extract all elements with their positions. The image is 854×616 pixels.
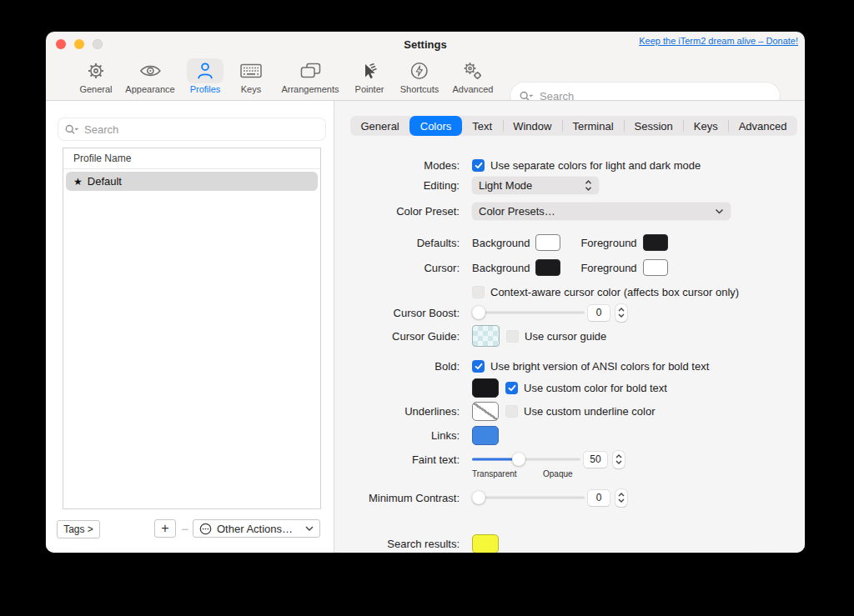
add-profile-button[interactable]: + (154, 519, 176, 538)
custom-bold-color-checkbox-label: Use custom color for bold text (524, 382, 667, 394)
defaults-foreground-color-well[interactable] (643, 234, 668, 251)
toolbar-item-label: Profiles (190, 84, 221, 94)
toolbar-item-shortcuts[interactable]: Shortcuts (400, 58, 439, 94)
minimum-contrast-stepper[interactable] (615, 489, 627, 507)
search-results-label: Search results: (334, 538, 460, 550)
star-icon: ★ (73, 177, 83, 187)
tab-terminal[interactable]: Terminal (562, 116, 624, 136)
gears-icon (455, 58, 491, 83)
toolbar-item-advanced[interactable]: Advanced (453, 58, 494, 94)
row-color-preset: Color Preset: Color Presets… (334, 202, 805, 220)
modes-label: Modes: (334, 159, 460, 172)
profile-search-input[interactable] (84, 123, 319, 136)
toolbar-item-general[interactable]: General (78, 58, 114, 94)
separate-colors-checkbox-label: Use separate colors for light and dark m… (490, 159, 701, 172)
remove-profile-button[interactable]: − (178, 519, 192, 538)
profile-search-field[interactable] (58, 118, 325, 140)
windows-icon (292, 58, 329, 83)
cursor-guide-checkbox-label: Use cursor guide (525, 330, 606, 343)
donate-link[interactable]: Keep the iTerm2 dream alive – Donate! (639, 36, 798, 46)
faint-min-label: Transparent (472, 469, 517, 478)
editing-value: Light Mode (479, 179, 532, 192)
tab-keys[interactable]: Keys (683, 116, 728, 136)
faint-text-value[interactable]: 50 (584, 452, 607, 468)
cursor-boost-stepper[interactable] (615, 304, 627, 322)
custom-bold-color-checkbox[interactable] (505, 382, 518, 394)
bolt-circle-icon (401, 58, 438, 83)
profile-name: Default (88, 175, 122, 188)
tags-button[interactable]: Tags > (57, 520, 100, 538)
cursor-background-label: Background (472, 262, 530, 274)
color-preset-label: Color Preset: (334, 205, 460, 218)
titlebar: Settings Keep the iTerm2 dream alive – D… (46, 32, 805, 57)
toolbar-item-keys[interactable]: Keys (233, 58, 269, 94)
bright-ansi-checkbox[interactable] (472, 360, 485, 373)
custom-underline-checkbox[interactable] (505, 405, 518, 418)
keyboard-icon (233, 58, 269, 83)
faint-max-label: Opaque (543, 469, 573, 478)
custom-underline-checkbox-label: Use custom underline color (524, 405, 656, 418)
bright-ansi-checkbox-label: Use bright version of ANSI colors for bo… (490, 360, 709, 373)
profile-tabbar: General Colors Text Window Terminal Sess… (350, 116, 797, 136)
tab-advanced[interactable]: Advanced (728, 116, 797, 136)
profile-row-default[interactable]: ★ Default (66, 172, 318, 191)
search-icon (65, 124, 79, 135)
underlines-label: Underlines: (334, 405, 460, 418)
links-color-well[interactable] (472, 426, 499, 445)
other-actions-dropdown[interactable]: Other Actions… (193, 519, 320, 538)
minimum-contrast-slider[interactable] (472, 491, 585, 504)
row-cursor-boost: Cursor Boost: 0 (334, 303, 805, 322)
toolbar-item-profiles[interactable]: Profiles (187, 58, 224, 94)
cursor-background-color-well[interactable] (535, 259, 560, 276)
cursor-foreground-label: Foreground (580, 262, 636, 274)
profile-list: Profile Name ★ Default (63, 148, 321, 509)
gear-icon (78, 58, 114, 83)
tab-general[interactable]: General (350, 116, 409, 136)
cursor-boost-label: Cursor Boost: (334, 307, 460, 319)
bold-color-well[interactable] (472, 378, 499, 398)
toolbar-item-appearance[interactable]: Appearance (125, 58, 174, 94)
color-preset-popup[interactable]: Color Presets… (472, 203, 731, 220)
colors-panel: General Colors Text Window Terminal Sess… (334, 101, 805, 553)
row-bold-custom: Use custom color for bold text (334, 378, 805, 398)
profile-list-header: Profile Name (63, 148, 320, 169)
context-aware-checkbox[interactable] (472, 286, 485, 298)
toolbar-item-label: Appearance (125, 84, 174, 94)
editing-popup[interactable]: Light Mode (472, 177, 599, 194)
toolbar-item-label: Advanced (453, 84, 494, 94)
tab-window[interactable]: Window (503, 116, 562, 136)
toolbar-item-label: Shortcuts (400, 84, 439, 94)
faint-text-slider[interactable] (472, 453, 580, 466)
toolbar-item-label: Keys (241, 84, 261, 94)
separate-colors-checkbox[interactable] (472, 159, 485, 172)
profiles-sidebar: Profile Name ★ Default Tags > + − (46, 101, 334, 553)
cursor-foreground-color-well[interactable] (643, 259, 668, 276)
toolbar-item-arrangements[interactable]: Arrangements (281, 58, 339, 94)
toolbar-item-label: Pointer (355, 84, 384, 94)
toolbar: General Appearance Profiles (46, 57, 805, 100)
person-icon (187, 58, 224, 83)
cursor-boost-value[interactable]: 0 (588, 305, 610, 321)
row-cursor: Cursor: Background Foreground (334, 258, 805, 277)
row-editing: Editing: Light Mode (334, 176, 805, 194)
tab-session[interactable]: Session (624, 116, 683, 136)
minimum-contrast-value[interactable]: 0 (588, 490, 610, 506)
cursor-boost-slider[interactable] (472, 306, 585, 319)
tab-text[interactable]: Text (462, 116, 503, 136)
faint-text-stepper[interactable] (613, 451, 625, 468)
row-faint-text: Faint text: 50 (334, 450, 805, 468)
tab-colors[interactable]: Colors (409, 116, 462, 136)
bold-label: Bold: (334, 360, 460, 373)
defaults-background-color-well[interactable] (535, 234, 560, 251)
underline-color-well[interactable] (472, 402, 499, 421)
editing-label: Editing: (334, 179, 460, 192)
row-cursor-guide: Cursor Guide: Use cursor guide (334, 325, 805, 347)
links-label: Links: (334, 429, 460, 442)
cursor-guide-color-well[interactable] (472, 325, 500, 347)
row-modes: Modes: Use separate colors for light and… (334, 156, 805, 174)
search-results-color-well[interactable] (472, 534, 499, 553)
row-underlines: Underlines: Use custom underline color (334, 401, 805, 421)
settings-window: Settings Keep the iTerm2 dream alive – D… (46, 32, 805, 553)
cursor-guide-checkbox[interactable] (506, 330, 519, 343)
toolbar-item-pointer[interactable]: Pointer (351, 58, 388, 94)
